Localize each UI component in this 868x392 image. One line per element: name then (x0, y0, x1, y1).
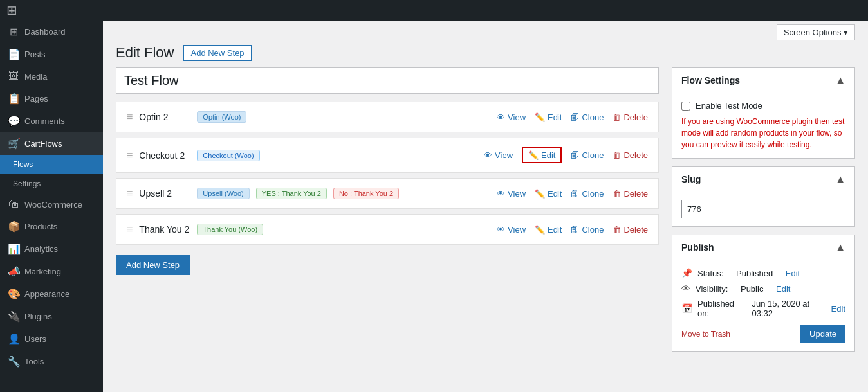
step-actions-checkout2: 👁View✏️Edit🗐Clone🗑Delete (484, 147, 648, 163)
sidebar-item-label-cartflows: CartFlows (24, 139, 62, 148)
sidebar-item-dashboard[interactable]: ⊞Dashboard (0, 21, 103, 43)
view-button-thankyou2[interactable]: 👁View (497, 225, 526, 235)
sidebar-item-settings[interactable]: Settings (0, 174, 103, 193)
right-panel: Flow Settings ▲ Enable Test Mode If you … (672, 67, 855, 379)
drag-icon-upsell2[interactable]: ≡ (127, 188, 133, 199)
media-icon: 🖼 (8, 71, 19, 82)
sidebar-item-tools[interactable]: 🔧Tools (0, 350, 103, 373)
published-on-edit-link[interactable]: Edit (831, 304, 845, 314)
update-button[interactable]: Update (800, 325, 845, 343)
delete-button-optin2[interactable]: 🗑Delete (613, 112, 648, 122)
sidebar-item-label-tools: Tools (24, 357, 44, 366)
flow-settings-toggle[interactable]: ▲ (835, 75, 845, 86)
step-badge-upsell2: YES : Thank You 2 (256, 188, 327, 199)
sidebar-item-label-flows: Flows (13, 160, 33, 169)
clone-button-thankyou2[interactable]: 🗐Clone (571, 225, 604, 235)
edit-button-thankyou2[interactable]: ✏️Edit (535, 225, 562, 235)
drag-icon-thankyou2[interactable]: ≡ (127, 224, 133, 235)
flow-settings-header: Flow Settings ▲ (672, 68, 854, 93)
sidebar-item-label-analytics: Analytics (24, 244, 58, 254)
slug-title: Slug (681, 174, 701, 184)
clone-button-checkout2[interactable]: 🗐Clone (571, 150, 604, 160)
move-to-trash-link[interactable]: Move to Trash (681, 330, 730, 339)
cartflows-icon: 🛒 (8, 138, 19, 150)
sidebar-item-flows[interactable]: Flows (0, 155, 103, 174)
woocommerce-icon: 🛍 (8, 199, 19, 210)
status-edit-link[interactable]: Edit (786, 269, 800, 278)
sidebar-item-products[interactable]: 📦Products (0, 215, 103, 238)
clone-label-upsell2: Clone (582, 189, 604, 199)
delete-label-upsell2: Delete (623, 189, 648, 199)
step-row-thankyou2: ≡Thank You 2Thank You (Woo)👁View✏️Edit🗐C… (116, 214, 659, 245)
appearance-icon: 🎨 (8, 288, 19, 300)
edit-icon-upsell2: ✏️ (535, 189, 545, 199)
sidebar-item-woocommerce[interactable]: 🛍WooCommerce (0, 193, 103, 215)
published-on-label: Published on: (697, 299, 739, 318)
edit-icon-thankyou2: ✏️ (535, 225, 545, 235)
drag-icon-checkout2[interactable]: ≡ (127, 150, 133, 161)
page-title: Edit Flow (116, 44, 174, 61)
sidebar-item-users[interactable]: 👤Users (0, 328, 103, 350)
clone-button-optin2[interactable]: 🗐Clone (571, 112, 604, 122)
sidebar-item-pages[interactable]: 📋Pages (0, 87, 103, 110)
view-button-checkout2[interactable]: 👁View (484, 150, 513, 160)
status-icon: 📌 (681, 268, 692, 278)
delete-icon-checkout2: 🗑 (613, 150, 621, 160)
flow-title-input[interactable] (116, 67, 659, 94)
add-new-step-main-button[interactable]: Add New Step (116, 255, 190, 275)
sidebar-item-label-appearance: Appearance (24, 289, 69, 299)
delete-icon-upsell2: 🗑 (613, 189, 621, 199)
step-actions-thankyou2: 👁View✏️Edit🗐Clone🗑Delete (497, 225, 648, 235)
slug-body (672, 192, 854, 226)
main-content: Screen Options ▾ Edit Flow Add New Step … (103, 21, 868, 392)
sidebar-item-posts[interactable]: 📄Posts (0, 43, 103, 66)
test-mode-info: If you are using WooCommerce plugin then… (681, 116, 845, 150)
sidebar-item-label-comments: Comments (24, 116, 65, 126)
edit-button-upsell2[interactable]: ✏️Edit (535, 189, 562, 199)
visibility-edit-link[interactable]: Edit (776, 284, 790, 294)
delete-button-thankyou2[interactable]: 🗑Delete (613, 225, 648, 235)
delete-button-upsell2[interactable]: 🗑Delete (613, 189, 648, 199)
content-area: ≡Optin 2Optin (Woo)👁View✏️Edit🗐Clone🗑Del… (103, 67, 868, 392)
add-new-step-header-button[interactable]: Add New Step (183, 45, 251, 61)
sidebar-item-analytics[interactable]: 📊Analytics (0, 238, 103, 260)
drag-icon-optin2[interactable]: ≡ (127, 111, 133, 123)
enable-test-mode-row: Enable Test Mode (681, 101, 845, 111)
view-label-thankyou2: View (508, 225, 526, 235)
sidebar-item-comments[interactable]: 💬Comments (0, 110, 103, 132)
delete-label-checkout2: Delete (623, 150, 648, 160)
publish-toggle[interactable]: ▲ (835, 242, 845, 253)
delete-button-checkout2[interactable]: 🗑Delete (613, 150, 648, 160)
sidebar-item-marketing[interactable]: 📣Marketing (0, 260, 103, 283)
clone-icon-checkout2: 🗐 (571, 150, 579, 160)
edit-button-checkout2[interactable]: ✏️Edit (522, 147, 562, 163)
slug-input[interactable] (681, 200, 845, 218)
sidebar-item-label-marketing: Marketing (24, 267, 61, 276)
view-button-optin2[interactable]: 👁View (497, 112, 526, 122)
steps-container: ≡Optin 2Optin (Woo)👁View✏️Edit🗐Clone🗑Del… (116, 102, 659, 250)
visibility-row: 👁 Visibility: Public Edit (681, 283, 845, 294)
clone-label-checkout2: Clone (582, 150, 604, 160)
step-badge-thankyou2: Thank You (Woo) (197, 224, 263, 235)
slug-toggle[interactable]: ▲ (835, 174, 845, 185)
sidebar-item-media[interactable]: 🖼Media (0, 66, 103, 87)
flow-editor: ≡Optin 2Optin (Woo)👁View✏️Edit🗐Clone🗑Del… (116, 67, 659, 379)
step-badge-optin2: Optin (Woo) (197, 111, 246, 123)
edit-icon-checkout2: ✏️ (528, 150, 539, 160)
posts-icon: 📄 (8, 48, 19, 60)
published-on-value: Jun 15, 2020 at 03:32 (752, 299, 818, 318)
step-name-upsell2: Upsell 2 (139, 188, 190, 199)
enable-test-mode-checkbox[interactable] (681, 102, 690, 111)
publish-header: Publish ▲ (672, 235, 854, 260)
sidebar-item-label-media: Media (24, 72, 47, 82)
step-badge-checkout2: Checkout (Woo) (197, 150, 259, 161)
view-button-upsell2[interactable]: 👁View (497, 189, 526, 199)
sidebar-item-plugins[interactable]: 🔌Plugins (0, 305, 103, 328)
sidebar-item-cartflows[interactable]: 🛒CartFlows (0, 132, 103, 155)
edit-button-optin2[interactable]: ✏️Edit (535, 112, 562, 122)
sidebar-item-appearance[interactable]: 🎨Appearance (0, 283, 103, 305)
visibility-label: Visibility: (696, 284, 728, 294)
clone-button-upsell2[interactable]: 🗐Clone (571, 189, 604, 199)
screen-options-button[interactable]: Screen Options ▾ (777, 24, 855, 40)
status-label: Status: (697, 269, 723, 278)
